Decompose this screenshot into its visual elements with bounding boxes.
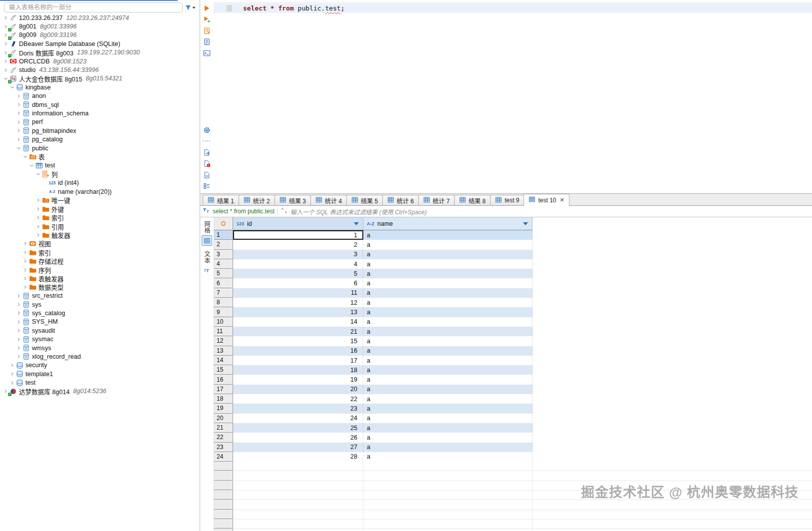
id-cell[interactable]: 21 xyxy=(233,327,363,336)
name-cell[interactable]: a xyxy=(363,365,533,375)
tree-item[interactable]: perf xyxy=(0,118,200,126)
tree-item[interactable]: test xyxy=(0,161,200,170)
row-number-cell[interactable] xyxy=(214,471,233,480)
grid-view-icon[interactable] xyxy=(202,235,212,246)
row-number-cell[interactable]: 11 xyxy=(214,327,233,336)
outline-icon[interactable] xyxy=(203,182,211,190)
script-icon[interactable] xyxy=(203,37,211,45)
id-cell[interactable]: 12 xyxy=(233,298,363,307)
execute-icon[interactable] xyxy=(203,4,211,12)
name-cell[interactable]: a xyxy=(363,385,533,394)
name-cell[interactable]: a xyxy=(363,414,533,423)
chevron-collapsed-icon[interactable] xyxy=(15,328,22,333)
tree-item[interactable]: xlog_record_read xyxy=(0,352,200,361)
file-export-icon[interactable] xyxy=(203,148,211,156)
chevron-collapsed-icon[interactable] xyxy=(15,110,22,116)
name-cell[interactable]: a xyxy=(363,317,533,327)
name-cell[interactable]: a xyxy=(363,250,533,259)
chevron-collapsed-icon[interactable] xyxy=(2,41,9,46)
tree-item[interactable]: src_restrict xyxy=(0,292,200,300)
name-cell[interactable]: a xyxy=(363,288,533,298)
row-number-cell[interactable] xyxy=(214,462,233,471)
row-number-cell[interactable] xyxy=(214,491,233,500)
name-cell[interactable]: a xyxy=(363,336,533,346)
tree-item[interactable]: 数据类型 xyxy=(0,283,200,291)
name-cell[interactable]: a xyxy=(363,346,533,356)
row-number-cell[interactable]: 14 xyxy=(214,356,233,365)
row-number-cell[interactable] xyxy=(214,520,233,529)
row-number-cell[interactable]: 24 xyxy=(214,452,233,462)
chevron-expanded-icon[interactable] xyxy=(8,84,15,90)
result-tab-结果-5[interactable]: 结果 5 xyxy=(346,195,383,205)
row-number-cell[interactable]: 20 xyxy=(214,414,233,423)
chevron-collapsed-icon[interactable] xyxy=(15,319,22,325)
chevron-collapsed-icon[interactable] xyxy=(2,15,9,20)
tree-item[interactable]: information_schema xyxy=(0,109,200,117)
chevron-collapsed-icon[interactable] xyxy=(8,363,15,368)
tree-item[interactable]: ✓人大金仓数据库 8g0158g015:54321 xyxy=(0,74,200,83)
name-cell[interactable]: a xyxy=(363,259,533,269)
chevron-collapsed-icon[interactable] xyxy=(15,354,22,359)
tree-item[interactable]: 索引 xyxy=(0,248,200,257)
tree-item[interactable]: template1 xyxy=(0,370,200,378)
name-cell[interactable]: a xyxy=(363,452,533,462)
column-filter-dropdown-icon[interactable] xyxy=(523,221,529,226)
row-number-cell[interactable] xyxy=(214,510,233,519)
id-cell[interactable]: 16 xyxy=(233,346,363,356)
tree-item[interactable]: 索引 xyxy=(0,213,200,222)
tree-item[interactable]: wmsys xyxy=(0,344,200,352)
chevron-collapsed-icon[interactable] xyxy=(21,241,28,246)
chevron-collapsed-icon[interactable] xyxy=(15,337,22,342)
row-number-cell[interactable]: 23 xyxy=(214,443,233,452)
grid-corner-cell[interactable] xyxy=(214,217,233,230)
column-filter-dropdown-icon[interactable] xyxy=(353,221,359,226)
chevron-collapsed-icon[interactable] xyxy=(21,258,28,264)
chevron-collapsed-icon[interactable] xyxy=(15,137,22,142)
filter-funnel-icon[interactable] xyxy=(183,4,198,11)
id-cell[interactable]: 25 xyxy=(233,423,363,433)
id-cell[interactable]: 22 xyxy=(233,394,363,404)
more-dots-icon[interactable]: ···· xyxy=(203,137,211,145)
tree-item[interactable]: sys_catalog xyxy=(0,309,200,317)
id-cell[interactable]: 13 xyxy=(233,307,363,317)
tree-item[interactable]: SYS_HM xyxy=(0,318,200,326)
chevron-collapsed-icon[interactable] xyxy=(15,345,22,351)
tree-item[interactable]: 表 xyxy=(0,152,200,161)
row-number-cell[interactable]: 19 xyxy=(214,404,233,413)
tree-item[interactable]: 列 xyxy=(0,170,200,178)
view-mode-text[interactable]: 文本T xyxy=(202,250,212,279)
id-cell[interactable]: 2 xyxy=(233,240,363,249)
id-cell[interactable]: 5 xyxy=(233,269,363,278)
view-mode-grid[interactable]: 网格 xyxy=(202,220,212,250)
row-number-cell[interactable]: 7 xyxy=(214,288,233,298)
custom-filter-icon[interactable]: T xyxy=(202,207,210,216)
chevron-collapsed-icon[interactable] xyxy=(15,310,22,316)
name-cell[interactable]: a xyxy=(363,423,533,433)
chevron-collapsed-icon[interactable] xyxy=(15,93,22,99)
row-number-cell[interactable]: 8 xyxy=(214,298,233,307)
tree-item[interactable]: 外键 xyxy=(0,205,200,213)
tree-item[interactable]: ✓Doris 数据库 8g003139.199.227.190:9030 xyxy=(0,48,200,57)
tree-item[interactable]: sysmac xyxy=(0,335,200,343)
row-number-cell[interactable]: 6 xyxy=(214,278,233,288)
row-number-cell[interactable]: 18 xyxy=(214,394,233,404)
name-cell[interactable]: a xyxy=(363,404,533,413)
id-cell[interactable]: 4 xyxy=(233,259,363,269)
name-cell[interactable]: a xyxy=(363,278,533,288)
expand-filter-icon[interactable] xyxy=(281,207,287,215)
chevron-collapsed-icon[interactable] xyxy=(34,197,41,203)
row-number-cell[interactable]: 16 xyxy=(214,375,233,384)
row-number-cell[interactable]: 10 xyxy=(214,317,233,327)
row-number-cell[interactable]: 15 xyxy=(214,365,233,375)
chevron-collapsed-icon[interactable] xyxy=(2,58,9,64)
tree-item[interactable]: anon xyxy=(0,92,200,100)
result-tab-test-9[interactable]: test 9 xyxy=(490,195,524,205)
name-cell[interactable]: a xyxy=(363,298,533,307)
row-number-cell[interactable]: 9 xyxy=(214,307,233,317)
tree-item[interactable]: test xyxy=(0,378,200,387)
id-cell[interactable]: 26 xyxy=(233,433,363,442)
chevron-collapsed-icon[interactable] xyxy=(15,293,22,299)
tree-item[interactable]: security xyxy=(0,361,200,370)
close-icon[interactable]: ✕ xyxy=(560,197,564,203)
column-header-id[interactable]: 123 id xyxy=(233,217,363,230)
